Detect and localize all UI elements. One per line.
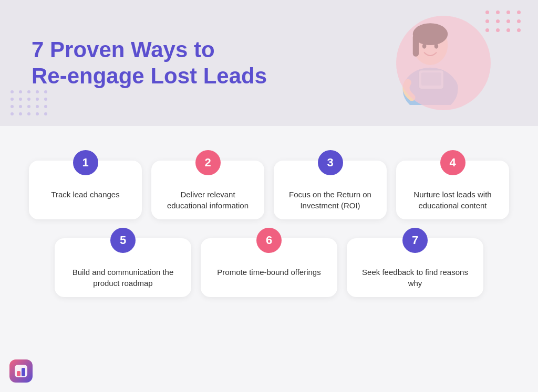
page-wrapper: 7 Proven Ways to Re-engage Lost Leads <box>0 0 538 392</box>
card-6: 6 Promote time-bound offerings <box>201 238 337 297</box>
svg-rect-10 <box>22 368 25 376</box>
badge-6: 6 <box>256 228 282 253</box>
cards-row-2: 5 Build and communication the product ro… <box>26 238 512 297</box>
cards-row-1: 1 Track lead changes 2 Deliver relevant … <box>26 161 512 219</box>
card-6-text: Promote time-bound offerings <box>209 267 329 278</box>
badge-3: 3 <box>318 150 343 175</box>
bottom-logo <box>9 359 33 383</box>
badge-2: 2 <box>195 150 221 175</box>
card-2: 2 Deliver relevant educational informati… <box>151 161 264 219</box>
header: 7 Proven Ways to Re-engage Lost Leads <box>0 0 538 126</box>
card-7-text: Seek feedback to find reasons why <box>355 267 475 289</box>
card-3-text: Focus on the Return on Investment (ROI) <box>282 189 378 211</box>
card-1-text: Track lead changes <box>37 189 133 200</box>
person-illustration <box>391 5 496 115</box>
card-1: 1 Track lead changes <box>29 161 142 219</box>
badge-5: 5 <box>110 228 136 253</box>
card-2-text: Deliver relevant educational information <box>160 189 256 211</box>
card-5-text: Build and communication the product road… <box>63 267 183 289</box>
svg-rect-8 <box>15 365 27 377</box>
badge-4: 4 <box>440 150 465 175</box>
card-7: 7 Seek feedback to find reasons why <box>347 238 483 297</box>
decorative-dots-left <box>11 90 48 115</box>
card-5: 5 Build and communication the product ro… <box>55 238 191 297</box>
badge-1: 1 <box>73 150 98 175</box>
badge-7: 7 <box>402 228 428 253</box>
main-content: 1 Track lead changes 2 Deliver relevant … <box>0 126 538 308</box>
svg-rect-9 <box>17 371 20 376</box>
card-3: 3 Focus on the Return on Investment (ROI… <box>274 161 387 219</box>
card-4: 4 Nurture lost leads with educational co… <box>396 161 509 219</box>
card-4-text: Nurture lost leads with educational cont… <box>405 189 501 211</box>
